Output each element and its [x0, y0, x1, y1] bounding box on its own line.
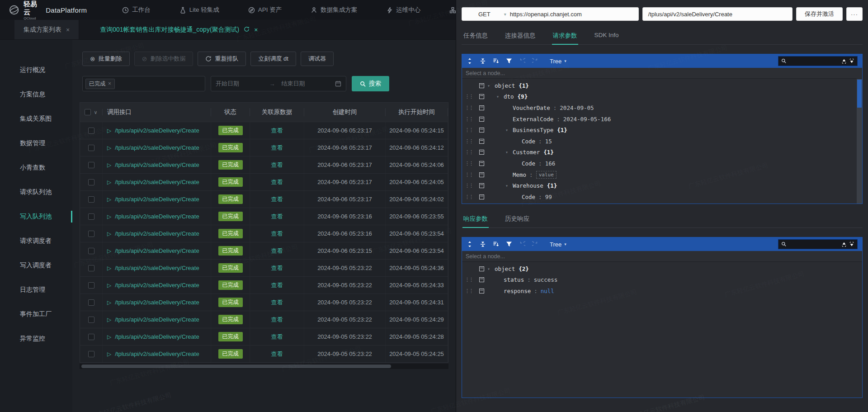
collapse-branch-icon[interactable] — [849, 242, 854, 247]
more-actions-button[interactable]: ··· — [846, 7, 863, 21]
api-path-link[interactable]: /tplus/api/v2/saleDelivery/Create — [115, 196, 199, 203]
play-icon[interactable]: ▷ — [107, 231, 111, 237]
tree-value[interactable]: value — [536, 171, 557, 179]
search-button[interactable]: 搜索 — [352, 76, 389, 91]
view-source-link[interactable]: 查看 — [271, 316, 283, 324]
tab-响应参数[interactable]: 响应参数 — [462, 211, 489, 227]
method-chevron-icon[interactable]: ▾ — [504, 12, 506, 17]
api-path-link[interactable]: /tplus/api/v2/saleDelivery/Create — [115, 282, 199, 289]
tab-连接器信息[interactable]: 连接器信息 — [504, 28, 537, 44]
api-path-link[interactable]: /tplus/api/v2/saleDelivery/Create — [115, 161, 199, 168]
sidebar-item-事件加工厂[interactable]: 事件加工厂 — [0, 302, 72, 327]
method-select[interactable]: GET — [467, 11, 500, 18]
node-menu-icon[interactable] — [479, 83, 484, 88]
request-node-select[interactable]: Select a node... — [462, 68, 862, 79]
drag-handle-icon[interactable]: ⋮⋮ — [462, 161, 476, 166]
view-source-link[interactable]: 查看 — [271, 178, 283, 186]
sidebar-item-数据管理[interactable]: 数据管理 — [0, 131, 72, 156]
view-source-link[interactable]: 查看 — [271, 213, 283, 221]
start-date-field[interactable]: 开始日期 — [216, 80, 266, 88]
drag-handle-icon[interactable]: ⋮⋮ — [462, 138, 476, 144]
workspace-tab-0[interactable]: 集成方案列表× — [14, 20, 79, 39]
expand-branch-icon[interactable] — [841, 58, 847, 64]
nav-item-lite[interactable]: Lite 轻集成 — [179, 6, 234, 14]
api-path-link[interactable]: /tplus/api/v2/saleDelivery/Create — [115, 350, 199, 357]
api-path-link[interactable]: /tplus/api/v2/saleDelivery/Create — [115, 127, 199, 134]
drag-handle-icon[interactable]: ⋮⋮ — [462, 149, 476, 155]
collapse-all-icon[interactable] — [480, 241, 486, 247]
tree-value[interactable]: success — [534, 276, 558, 283]
row-checkbox[interactable] — [88, 128, 94, 134]
tree-search-input[interactable] — [778, 56, 858, 66]
toolbar-button-4[interactable]: 调试器 — [301, 52, 334, 66]
workspace-tab-1[interactable]: 查询001帐套销售出库对接畅捷通_copy(聚合测试)× — [91, 20, 267, 39]
select-dropdown-caret-icon[interactable]: ∨ — [94, 109, 97, 115]
caret-down-icon[interactable]: ▾ — [487, 266, 495, 271]
status-filter-input[interactable]: 已完成 × — [82, 76, 205, 91]
row-checkbox[interactable] — [88, 179, 94, 185]
view-source-link[interactable]: 查看 — [271, 247, 283, 255]
play-icon[interactable]: ▷ — [107, 282, 111, 289]
drag-handle-icon[interactable]: ⋮⋮ — [462, 194, 476, 200]
path-field[interactable]: /tplus/api/v2/saleDelivery/Create — [642, 7, 793, 21]
sidebar-item-集成关系图[interactable]: 集成关系图 — [0, 107, 72, 131]
api-path-link[interactable]: /tplus/api/v2/saleDelivery/Create — [115, 299, 199, 306]
play-icon[interactable]: ▷ — [107, 334, 111, 340]
node-menu-icon[interactable] — [479, 277, 484, 282]
nav-item-api-asset[interactable]: API 资产 — [248, 6, 297, 14]
tree-mode-select[interactable]: Tree▾ — [550, 58, 566, 65]
view-source-link[interactable]: 查看 — [271, 127, 283, 135]
end-date-field[interactable]: 结束日期 — [279, 80, 332, 88]
expand-all-icon[interactable] — [467, 58, 473, 64]
row-checkbox[interactable] — [88, 334, 94, 340]
date-range-picker[interactable]: 开始日期 → 结束日期 — [211, 76, 346, 91]
tab-refresh-icon[interactable] — [244, 26, 250, 33]
drag-handle-icon[interactable]: ⋮⋮ — [462, 288, 476, 294]
node-menu-icon[interactable] — [479, 161, 484, 166]
play-icon[interactable]: ▷ — [107, 196, 111, 203]
brand-logo[interactable]: 轻易云 QCloud — [8, 0, 39, 20]
expand-all-icon[interactable] — [467, 241, 473, 247]
tab-历史响应[interactable]: 历史响应 — [504, 211, 530, 227]
sidebar-item-方案信息[interactable]: 方案信息 — [0, 82, 72, 107]
api-path-link[interactable]: /tplus/api/v2/saleDelivery/Create — [115, 230, 199, 237]
view-source-link[interactable]: 查看 — [271, 161, 283, 169]
play-icon[interactable]: ▷ — [107, 128, 111, 134]
sidebar-item-写入队列池[interactable]: 写入队列池 — [0, 204, 72, 229]
row-checkbox[interactable] — [88, 145, 94, 151]
tree-value[interactable]: 99 — [545, 194, 552, 200]
row-checkbox[interactable] — [88, 265, 94, 271]
tab-SDK Info[interactable]: SDK Info — [594, 28, 620, 44]
api-path-link[interactable]: /tplus/api/v2/saleDelivery/Create — [115, 144, 199, 151]
play-icon[interactable]: ▷ — [107, 317, 111, 323]
node-menu-icon[interactable] — [479, 172, 484, 177]
tab-close-icon[interactable]: × — [254, 26, 258, 33]
play-icon[interactable]: ▷ — [107, 179, 111, 185]
sidebar-item-异常监控[interactable]: 异常监控 — [0, 327, 72, 351]
expand-branch-icon[interactable] — [841, 242, 847, 247]
node-menu-icon[interactable] — [479, 117, 484, 122]
node-menu-icon[interactable] — [479, 183, 484, 188]
view-source-link[interactable]: 查看 — [271, 350, 283, 358]
horizontal-scrollbar[interactable] — [80, 364, 448, 369]
view-source-link[interactable]: 查看 — [271, 298, 283, 307]
sidebar-item-小青查数[interactable]: 小青查数 — [0, 156, 72, 180]
play-icon[interactable]: ▷ — [107, 299, 111, 306]
tree-value[interactable]: 2024-09-05 — [560, 104, 594, 111]
api-path-link[interactable]: /tplus/api/v2/saleDelivery/Create — [115, 179, 199, 185]
sort-icon[interactable] — [493, 58, 499, 64]
row-checkbox[interactable] — [88, 248, 94, 254]
tab-任务信息[interactable]: 任务信息 — [462, 28, 489, 44]
row-checkbox[interactable] — [88, 299, 94, 306]
tree-search-input[interactable] — [778, 239, 858, 249]
tree-mode-select[interactable]: Tree▾ — [550, 241, 566, 248]
play-icon[interactable]: ▷ — [107, 265, 111, 271]
node-menu-icon[interactable] — [479, 289, 484, 294]
api-path-link[interactable]: /tplus/api/v2/saleDelivery/Create — [115, 265, 199, 271]
base-url-field[interactable]: https://openapi.chanjet.com — [510, 11, 582, 18]
view-source-link[interactable]: 查看 — [271, 333, 283, 341]
node-menu-icon[interactable] — [479, 139, 484, 144]
toolbar-button-3[interactable]: 立刻调度 dt — [250, 52, 296, 66]
node-menu-icon[interactable] — [479, 194, 484, 199]
node-menu-icon[interactable] — [479, 94, 484, 99]
